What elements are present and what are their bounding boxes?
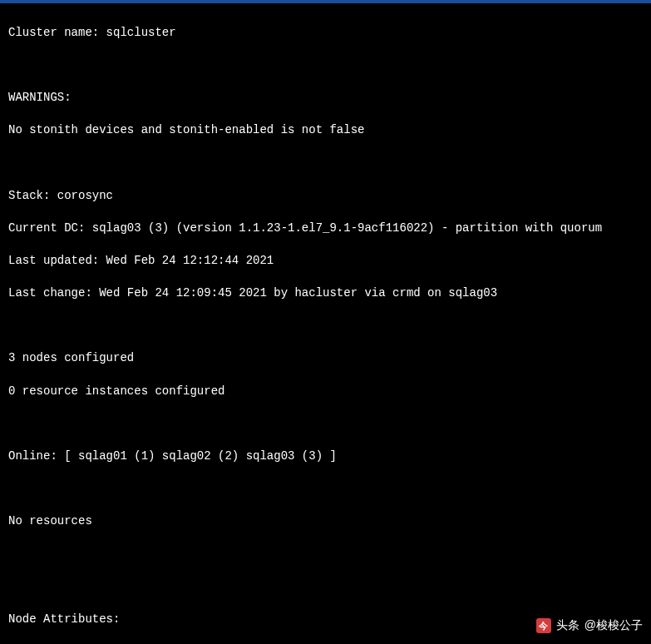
last-updated-line: Last updated: Wed Feb 24 12:12:44 2021 [8, 253, 643, 270]
watermark-prefix: 头条 [556, 617, 579, 634]
blank-line [8, 481, 643, 498]
last-change-line: Last change: Wed Feb 24 12:09:45 2021 by… [8, 285, 643, 302]
no-resources-line: No resources [8, 513, 643, 530]
blank-line [8, 416, 643, 433]
current-dc-line: Current DC: sqlag03 (3) (version 1.1.23-… [8, 220, 643, 237]
watermark: 今 头条 @梭梭公子 [536, 617, 643, 634]
resources-configured-line: 0 resource instances configured [8, 384, 643, 400]
blank-line [8, 547, 643, 563]
warnings-stonith: No stonith devices and stonith-enabled i… [8, 122, 643, 139]
blank-line [8, 155, 643, 171]
blank-line [8, 57, 643, 74]
stack-line: Stack: corosync [8, 188, 643, 205]
terminal-output[interactable]: Cluster name: sqlcluster WARNINGS: No st… [0, 3, 651, 644]
nodes-configured-line: 3 nodes configured [8, 350, 643, 367]
cluster-name-line: Cluster name: sqlcluster [8, 25, 643, 42]
blank-line [8, 318, 643, 334]
blank-line [8, 579, 643, 596]
watermark-user: @梭梭公子 [584, 617, 643, 634]
warnings-header: WARNINGS: [8, 90, 643, 107]
watermark-logo-icon: 今 [536, 618, 551, 633]
online-nodes-line: Online: [ sqlag01 (1) sqlag02 (2) sqlag0… [8, 448, 643, 465]
